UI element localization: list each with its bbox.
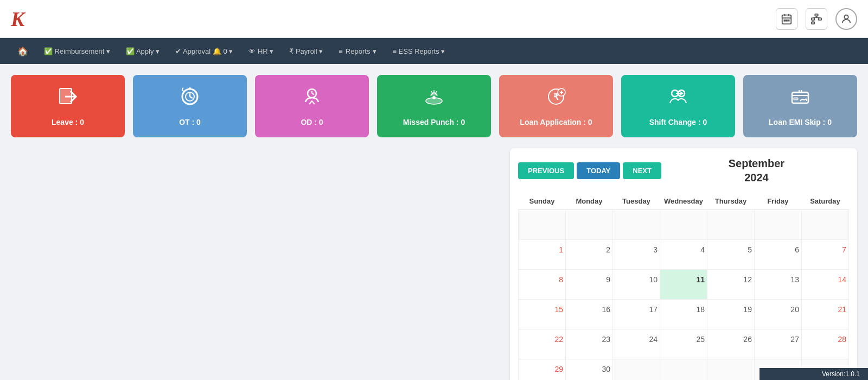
calendar-day[interactable]: 14 [801, 270, 848, 300]
card-od[interactable]: OD : 0 [255, 75, 369, 137]
logo: K [11, 7, 24, 31]
calendar-day[interactable] [565, 210, 612, 240]
svg-rect-13 [812, 22, 815, 24]
calendar-nav: PREVIOUS TODAY NEXT September 2024 [518, 156, 849, 185]
svg-line-11 [813, 17, 816, 18]
calendar-day[interactable]: 30 [565, 359, 612, 381]
svg-point-27 [432, 96, 436, 99]
calendar-day[interactable]: 4 [660, 240, 707, 270]
calendar-day[interactable]: 24 [612, 330, 660, 359]
svg-rect-0 [782, 15, 792, 23]
user-avatar-icon[interactable] [835, 8, 857, 30]
nav-ess-reports[interactable]: ≡ ESS Reports ▾ [386, 44, 451, 59]
calendar-day[interactable]: 16 [565, 300, 612, 330]
nav-reimbursement[interactable]: ✅ Reimbursement ▾ [37, 44, 117, 59]
calendar-day[interactable] [660, 359, 707, 381]
calendar-day[interactable]: 17 [612, 300, 660, 330]
version-bar: Version:1.0.1 [760, 368, 868, 380]
svg-line-12 [816, 17, 820, 18]
svg-rect-8 [812, 18, 815, 20]
calendar-day[interactable]: 5 [707, 240, 754, 270]
nav-approval[interactable]: ✔ Approval 🔔 0 ▾ [169, 44, 239, 59]
calendar-today-button[interactable]: TODAY [577, 162, 620, 179]
right-panel: PREVIOUS TODAY NEXT September 2024 Sunda… [510, 148, 857, 380]
calendar-day[interactable]: 19 [707, 300, 754, 330]
svg-rect-6 [788, 20, 789, 21]
nav-apply[interactable]: ✅ Apply ▾ [119, 44, 166, 59]
calendar-day[interactable] [754, 210, 801, 240]
calendar-day[interactable]: 1 [519, 240, 566, 270]
svg-line-21 [190, 97, 193, 98]
calendar-container: PREVIOUS TODAY NEXT September 2024 Sunda… [510, 148, 857, 380]
card-ot[interactable]: OT : 0 [133, 75, 247, 137]
day-header-friday: Friday [754, 193, 801, 210]
calendar-day[interactable]: 15 [519, 300, 566, 330]
calendar-day[interactable]: 23 [565, 330, 612, 359]
calendar-day[interactable] [707, 359, 754, 381]
header-icons [776, 8, 857, 30]
card-missed-punch-label: Missed Punch : 0 [403, 118, 465, 126]
card-leave[interactable]: Leave : 0 [11, 75, 125, 137]
leave-icon [57, 86, 79, 112]
svg-point-15 [844, 15, 848, 18]
calendar-prev-button[interactable]: PREVIOUS [518, 162, 574, 179]
calendar-day[interactable]: 18 [660, 300, 707, 330]
calendar-day[interactable]: 20 [754, 300, 801, 330]
calendar-grid: Sunday Monday Tuesday Wednesday Thursday… [518, 193, 849, 380]
calendar-day[interactable] [707, 210, 754, 240]
calendar-day[interactable] [519, 210, 566, 240]
nav-hr[interactable]: 👁 HR ▾ [242, 44, 280, 59]
hierarchy-icon[interactable] [806, 8, 827, 30]
svg-rect-9 [819, 18, 822, 20]
nav-home[interactable]: 🏠 [11, 43, 35, 60]
calendar-day[interactable]: 12 [707, 270, 754, 300]
nav-payroll[interactable]: ₹ Payroll ▾ [283, 44, 329, 59]
card-loan-emi-label: Loan EMI Skip : 0 [769, 118, 832, 126]
loan-application-icon: ₹ [545, 86, 567, 112]
svg-point-22 [189, 87, 191, 90]
calendar-day[interactable]: 6 [754, 240, 801, 270]
calendar-day[interactable] [612, 210, 660, 240]
calendar-day[interactable]: 28 [801, 330, 848, 359]
calendar-day[interactable]: 21 [801, 300, 848, 330]
calendar-day[interactable]: 22 [519, 330, 566, 359]
card-loan-application-label: Loan Application : 0 [520, 118, 592, 126]
card-shift-change[interactable]: Shift Change : 0 [621, 75, 735, 137]
calendar-icon[interactable] [776, 8, 797, 30]
calendar-day[interactable]: 29 [519, 359, 566, 381]
svg-rect-37 [794, 98, 798, 100]
card-missed-punch[interactable]: Missed Punch : 0 [377, 75, 491, 137]
calendar-next-button[interactable]: NEXT [623, 162, 661, 179]
card-shift-change-label: Shift Change : 0 [649, 118, 707, 126]
calendar-day[interactable] [801, 210, 848, 240]
card-loan-emi[interactable]: Loan EMI Skip : 0 [743, 75, 857, 137]
card-loan-application[interactable]: ₹ Loan Application : 0 [499, 75, 613, 137]
ot-icon [179, 86, 201, 112]
calendar-day[interactable]: 27 [754, 330, 801, 359]
calendar-day[interactable] [660, 210, 707, 240]
day-header-monday: Monday [565, 193, 612, 210]
left-panel [11, 148, 499, 380]
calendar-day[interactable]: 11 [660, 270, 707, 300]
calendar-day[interactable]: 8 [519, 270, 566, 300]
calendar-day[interactable]: 7 [801, 240, 848, 270]
od-icon [301, 86, 323, 112]
calendar-day[interactable]: 3 [612, 240, 660, 270]
calendar-day[interactable]: 9 [565, 270, 612, 300]
navbar: 🏠 ✅ Reimbursement ▾ ✅ Apply ▾ ✔ Approval… [0, 38, 868, 64]
day-header-tuesday: Tuesday [612, 193, 660, 210]
header: K [0, 0, 868, 38]
calendar-month-title: September 2024 [664, 156, 849, 185]
svg-rect-5 [786, 20, 787, 21]
calendar-day[interactable]: 13 [754, 270, 801, 300]
calendar-day[interactable]: 2 [565, 240, 612, 270]
day-header-wednesday: Wednesday [660, 193, 707, 210]
day-header-thursday: Thursday [707, 193, 754, 210]
calendar-day[interactable]: 10 [612, 270, 660, 300]
nav-reports[interactable]: ≡ Reports ▾ [332, 44, 383, 59]
calendar-day[interactable]: 26 [707, 330, 754, 359]
day-header-sunday: Sunday [519, 193, 566, 210]
calendar-day[interactable] [612, 359, 660, 381]
calendar-day[interactable]: 25 [660, 330, 707, 359]
svg-rect-4 [784, 20, 785, 21]
